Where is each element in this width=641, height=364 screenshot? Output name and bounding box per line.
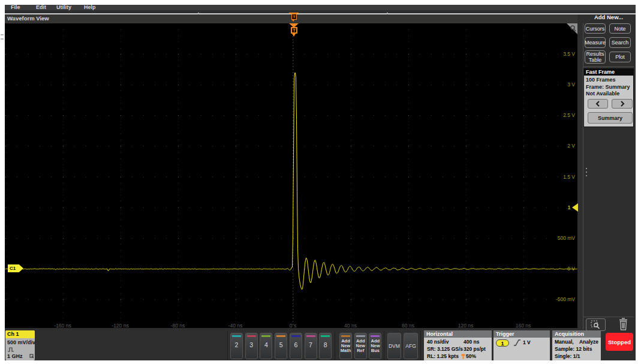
channel1-badge-header[interactable]: Ch 1: [5, 330, 35, 338]
fast-frame-frame-label: Frame: Summary: [586, 84, 633, 91]
waveform-canvas: [5, 23, 577, 328]
trigger-source-badge[interactable]: 1: [496, 339, 509, 347]
splitter-handle-dot[interactable]: [586, 172, 587, 173]
horizontal-row-label: RL: 1.25 kpts: [427, 353, 459, 360]
channel2-button[interactable]: 2: [230, 333, 243, 359]
channel5-button[interactable]: 5: [275, 333, 287, 359]
menu-help[interactable]: Help: [84, 5, 96, 10]
channel-button-label: 6: [290, 341, 302, 348]
add-button-label: AddNewBus: [369, 339, 381, 353]
afg-button[interactable]: AFG: [404, 333, 418, 359]
waveform-view-title: Waveform View: [7, 15, 49, 22]
fast-frame-prev-button[interactable]: [588, 99, 608, 109]
instrument-button-label: DVM: [388, 343, 401, 349]
right-panel-divider: [583, 67, 634, 67]
rising-edge-icon: [513, 339, 521, 347]
trash-icon[interactable]: [618, 317, 629, 331]
channel1-badge[interactable]: Ch 1 500 mV/div 1 GHz: [5, 330, 35, 360]
acquisition-sample: Sample: 12 bits: [555, 346, 592, 353]
add-button-label: AddNewRef: [355, 339, 366, 353]
channel7-button[interactable]: 7: [305, 333, 317, 359]
channel-color-stripe: [276, 335, 285, 337]
channel-color-stripe: [247, 335, 256, 337]
trigger-position-icon: [461, 354, 465, 359]
left-edge-tick: [1, 34, 4, 35]
channel6-button[interactable]: 6: [290, 333, 302, 359]
coupling-icon: [7, 347, 14, 353]
channel-button-label: 3: [246, 341, 257, 348]
zoom-area-icon: [591, 320, 601, 329]
channel-color-stripe: [306, 335, 315, 337]
channel3-button[interactable]: 3: [245, 333, 258, 359]
horizontal-panel-header: Horizontal: [424, 330, 492, 338]
bottombar-separator: [335, 331, 335, 360]
bottombar-separator: [384, 331, 384, 360]
trigger-level-label: 1: [564, 204, 571, 211]
horizontal-row-label: SR: 3.125 GS/s: [427, 346, 463, 353]
channel-color-stripe: [356, 335, 365, 337]
trigger-position-marker-label[interactable]: T: [291, 27, 297, 34]
menu-bar: FileEditUtilityHelp: [5, 5, 636, 10]
acquisition-panel-header: Acquisition: [552, 330, 601, 338]
add-new-ref-button[interactable]: AddNewRef: [354, 333, 367, 359]
bottombar-separator: [227, 331, 228, 360]
channel-color-stripe: [261, 335, 270, 337]
trigger-position-marker-track-label[interactable]: T: [291, 14, 297, 20]
add-new-bus-button[interactable]: AddNewBus: [369, 333, 381, 359]
channel-color-stripe: [291, 335, 300, 337]
left-edge-tick: [1, 38, 4, 40]
add-new-math-button[interactable]: AddNewMath: [339, 333, 352, 359]
horizontal-panel[interactable]: Horizontal 40 ns/div400 nsSR: 3.125 GS/s…: [424, 330, 492, 360]
channel4-button[interactable]: 4: [260, 333, 272, 359]
menu-edit[interactable]: Edit: [36, 5, 46, 10]
acquisition-mode: Manual,: [555, 339, 574, 345]
channel-color-stripe: [371, 335, 380, 337]
fast-frame-availability: Not Available: [586, 91, 633, 97]
channel-color-stripe: [321, 335, 330, 337]
add-new-measure-button[interactable]: Measure: [585, 37, 606, 48]
menu-file[interactable]: File: [11, 5, 20, 10]
splitter-handle-dot[interactable]: [586, 168, 587, 169]
instrument-button-label: AFG: [404, 343, 417, 349]
add-button-label: AddNewMath: [340, 339, 351, 353]
run-stop-button[interactable]: Stopped: [606, 333, 633, 351]
add-new-note-button[interactable]: Note: [609, 23, 631, 34]
horizontal-row-value: 400 ns: [464, 339, 479, 345]
channel-button-label: 4: [260, 341, 272, 348]
fast-frame-next-button[interactable]: [612, 99, 633, 109]
chevron-left-icon: [595, 101, 600, 107]
channel-color-stripe: [341, 335, 350, 337]
horizontal-row-label: 40 ns/div: [427, 339, 449, 345]
add-new-header: Add New...: [583, 14, 634, 20]
channel-button-label: 7: [305, 341, 317, 348]
channel8-button[interactable]: 8: [319, 333, 332, 359]
add-new-search-button[interactable]: Search: [609, 37, 631, 48]
add-new-results-table-button[interactable]: Results Table: [585, 50, 606, 64]
trigger-panel-header: Trigger: [493, 330, 550, 338]
add-new-cursors-button[interactable]: Cursors: [585, 23, 606, 34]
acquisition-analyze: Analyze: [579, 339, 598, 345]
splitter-handle-dot[interactable]: [586, 175, 587, 176]
channel-button-label: 2: [231, 341, 242, 348]
waveform-display[interactable]: 3.5 V3 V2.5 V2 V1.5 V1500 mV0 V-500 mV -…: [5, 23, 577, 328]
menu-utility[interactable]: Utility: [56, 5, 71, 10]
add-new-plot-button[interactable]: Plot: [609, 52, 631, 62]
channel-button-label: 8: [320, 341, 331, 348]
horizontal-row-value: 320 ps/pt: [464, 346, 486, 353]
dvm-button[interactable]: DVM: [387, 333, 402, 359]
zoom-corner-icon[interactable]: [567, 23, 577, 34]
probe-icon: [29, 354, 34, 359]
fast-frame-header: Fast Frame: [583, 68, 634, 76]
trigger-position-marker-track-tip: [292, 20, 294, 22]
zoom-mode-button[interactable]: [586, 318, 606, 331]
chevron-right-icon: [620, 101, 625, 107]
horizontal-row-value: 50%: [466, 353, 476, 360]
fast-frame-summary-button[interactable]: Summary: [588, 112, 633, 124]
fast-frame-frames: 100 Frames: [586, 77, 633, 83]
acquisition-single: Single: 1/1: [555, 353, 580, 360]
channel1-bandwidth: 1 GHz: [7, 353, 23, 360]
channel-color-stripe: [232, 335, 241, 337]
trigger-level-value: 1 V: [523, 339, 531, 346]
channel1-scale: 500 mV/div: [7, 339, 35, 346]
acquisition-panel[interactable]: Acquisition Manual, Analyze Sample: 12 b…: [552, 330, 601, 360]
